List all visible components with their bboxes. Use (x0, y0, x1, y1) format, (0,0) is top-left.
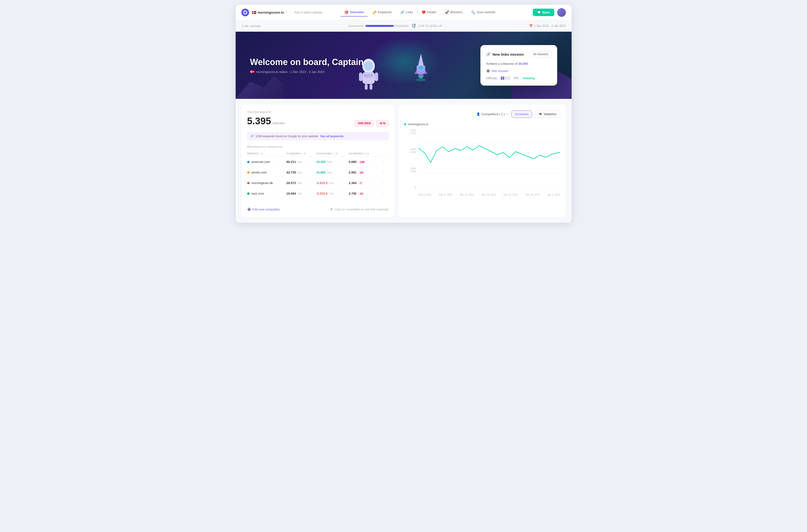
xp-label: 9 XP TO LEVEL UP (419, 24, 442, 27)
col-website[interactable]: WEBSITE ⇅ (247, 151, 287, 157)
x-axis: Dec 3, 2022 Dec 8, 2022 Dec 13, 2022 Dec… (419, 193, 560, 196)
more-options-button[interactable]: ⋮ (380, 181, 386, 185)
kw-badge: -41 (358, 192, 364, 195)
tab-keywords[interactable]: 🔑 Keywords (369, 8, 396, 17)
col-keywords[interactable]: KEYWORDS ℹ ⇅ (349, 151, 380, 157)
kw-val: 2.384 (349, 181, 357, 185)
sort-icon-kw: ⇅ (367, 152, 369, 155)
website-name: ahrefs.com (251, 171, 267, 174)
x-label-1: Dec 3, 2022 (419, 193, 431, 196)
mission-title: 🔗 New links mission (486, 52, 524, 56)
more-options-button[interactable]: ⋮ (380, 159, 386, 164)
sub-nav: 5.395 DKK/MO Current level 🛡️ 9 XP TO LE… (236, 20, 572, 32)
comparison-table-section: Morningscore comparison WEBSITE ⇅ SCORE/… (247, 145, 389, 211)
tab-scan-label: Scan website (477, 10, 495, 14)
y-label-zero: 0 (404, 186, 416, 189)
user-icon: 👤 (476, 112, 480, 116)
cell-change: -5.815,3 DKK (316, 178, 349, 188)
diff-bar-5 (508, 76, 510, 80)
score-val: 43.735 (287, 171, 296, 174)
cell-score: 19.094 DKK (287, 188, 316, 199)
website-name: semrush.com (251, 160, 270, 164)
eye-icon: 👁️ (538, 112, 542, 116)
change-val: +5.352 (316, 160, 326, 164)
mission-description: Achieve a Linkscore of 20.000 (486, 61, 552, 66)
col-change[interactable]: CHANGE/MO ℹ ⇅ (316, 151, 349, 157)
more-options-button[interactable]: ⋮ (380, 191, 386, 196)
table-footer: ➕ Add new competitor 🖱️ Click on competi… (247, 204, 389, 211)
add-mission-button[interactable]: ➕ Add mission (486, 69, 552, 73)
tab-overview[interactable]: 🎯 Overview (341, 8, 368, 17)
cell-more[interactable]: ⋮ (380, 188, 389, 199)
flag-denmark-hero (250, 70, 254, 73)
links-icon: 🔗 (400, 10, 404, 14)
kw-badge: -7 (358, 182, 363, 185)
change-unit: DKK (329, 182, 334, 185)
rocket-illustration (411, 52, 430, 82)
change-val: +5.991 (316, 171, 326, 174)
kw-badge: -138 (358, 160, 365, 164)
base-button[interactable]: 💬 Base (533, 8, 554, 16)
hero-subtitle: morningscore.io status · 1 Dec 2022 - 2 … (250, 70, 364, 74)
nav-tabs: 🎯 Overview 🔑 Keywords 🔗 Links ❤️ Health … (341, 8, 499, 17)
plus-icon: ➕ (486, 69, 490, 73)
cell-more[interactable]: ⋮ (380, 178, 389, 188)
chart-svg (419, 129, 560, 189)
table-row[interactable]: semrush.com 80.211 DKK +5.352 DKK 5.680 … (247, 157, 389, 167)
hero-section: Welcome on board, Captain morningscore.i… (236, 32, 572, 99)
table-row[interactable]: moz.com 19.094 DKK -2.252,5 DKK 2.705 -4… (247, 188, 389, 199)
mission-card: 🔗 New links mission All missions Achieve… (480, 45, 557, 86)
diamond-icon: 💎 (251, 135, 254, 138)
table-row[interactable]: ahrefs.com 43.735 DKK +5.991 DKK 2.891 -… (247, 167, 389, 178)
chat-icon: 💬 (537, 11, 541, 14)
svg-rect-10 (364, 74, 373, 77)
svg-point-8 (364, 61, 373, 71)
website-name: morningtrain.dk (251, 181, 273, 185)
comparison-label: Morningscore comparison (247, 145, 389, 148)
cell-more[interactable]: ⋮ (380, 157, 389, 167)
tab-missions[interactable]: 🚀 Missions (441, 8, 466, 17)
col-score[interactable]: SCORE/MO ℹ ⇅ (287, 151, 316, 157)
y-label-mid: DKK4.000 (404, 148, 416, 154)
nav-divider: · (291, 11, 291, 14)
kw-val: 2.705 (349, 192, 357, 195)
y-label-top: DKK7.425 (404, 129, 416, 135)
cell-website: semrush.com (247, 157, 287, 167)
more-options-button[interactable]: ⋮ (380, 170, 386, 175)
add-competitor-button[interactable]: ➕ Add new competitor (247, 208, 280, 211)
main-nav: morningscore.io ▼ · Add or switch websit… (236, 5, 572, 20)
all-missions-button[interactable]: All missions (530, 51, 551, 58)
svg-rect-11 (365, 84, 368, 90)
svg-rect-12 (369, 84, 372, 90)
score-mo-button[interactable]: Score/mo (511, 110, 532, 118)
cell-more[interactable]: ⋮ (380, 167, 389, 178)
website-dot (247, 192, 250, 195)
tab-health-label: Health (427, 10, 436, 14)
tab-health[interactable]: ❤️ Health (418, 8, 440, 17)
diff-bar-3 (505, 76, 506, 80)
tab-scan[interactable]: 🔍 Scan website (467, 8, 499, 17)
svg-point-3 (418, 65, 424, 71)
competitors-dropdown[interactable]: 👤 Competitors ( 1 ) ▼ (476, 112, 509, 116)
svg-marker-5 (425, 70, 428, 74)
hero-content: Welcome on board, Captain morningscore.i… (250, 57, 364, 74)
diff-bar-4 (506, 76, 508, 80)
table-row[interactable]: morningtrain.dk 26.572 DKK -5.815,3 DKK … (247, 178, 389, 188)
level-bar (365, 25, 409, 27)
user-avatar[interactable] (557, 8, 566, 17)
main-score: 5.395 DKK/MO -545 DKK -9 % (247, 116, 389, 130)
visits-mo-button[interactable]: 👁️ Visits/mo (535, 110, 560, 118)
brand[interactable]: morningscore.io ▼ (252, 11, 288, 14)
logo-icon[interactable] (242, 8, 249, 16)
kw-val: 2.891 (349, 171, 357, 174)
comparison-table: WEBSITE ⇅ SCORE/MO ℹ ⇅ CHANGE/MO ℹ (247, 151, 389, 199)
kw-val: 5.680 (349, 160, 357, 164)
pct-badge: -9 % (376, 120, 389, 127)
website-name: moz.com (251, 192, 264, 195)
see-all-keywords-link[interactable]: See all keywords (320, 135, 344, 138)
mission-meta: Difficulty ROI Amazing (486, 76, 552, 80)
tab-links[interactable]: 🔗 Links (397, 8, 417, 17)
add-switch-link[interactable]: Add or switch website (294, 11, 322, 14)
change-val: -2.252,5 (316, 192, 328, 195)
score-unit-sm: DKK (297, 171, 302, 174)
